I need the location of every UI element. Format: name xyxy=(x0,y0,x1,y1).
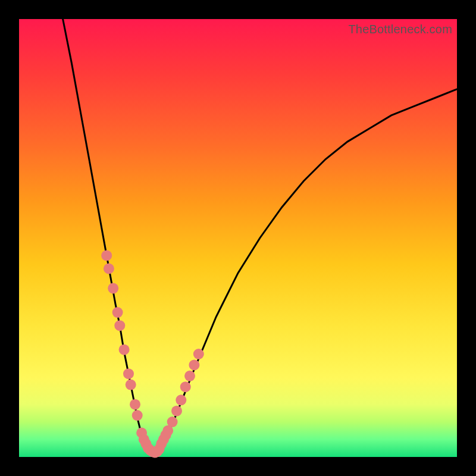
data-point xyxy=(184,371,195,381)
data-point xyxy=(132,410,143,421)
data-point xyxy=(104,264,114,274)
data-point xyxy=(114,320,125,331)
data-point xyxy=(189,359,199,370)
data-point xyxy=(167,416,178,427)
marker-dots xyxy=(101,250,204,458)
data-point xyxy=(108,283,118,294)
chart-frame: TheBottleneck.com xyxy=(0,0,476,476)
data-point xyxy=(112,307,123,318)
data-point xyxy=(123,368,134,379)
data-point xyxy=(101,250,112,261)
curve-svg xyxy=(19,19,457,457)
data-point xyxy=(193,349,204,359)
data-point xyxy=(126,380,136,390)
data-point xyxy=(130,399,140,410)
bottleneck-curve xyxy=(63,19,457,453)
data-point xyxy=(119,345,130,355)
data-point xyxy=(176,394,186,405)
data-point xyxy=(171,406,182,416)
data-point xyxy=(180,381,191,392)
plot-area: TheBottleneck.com xyxy=(19,19,457,457)
